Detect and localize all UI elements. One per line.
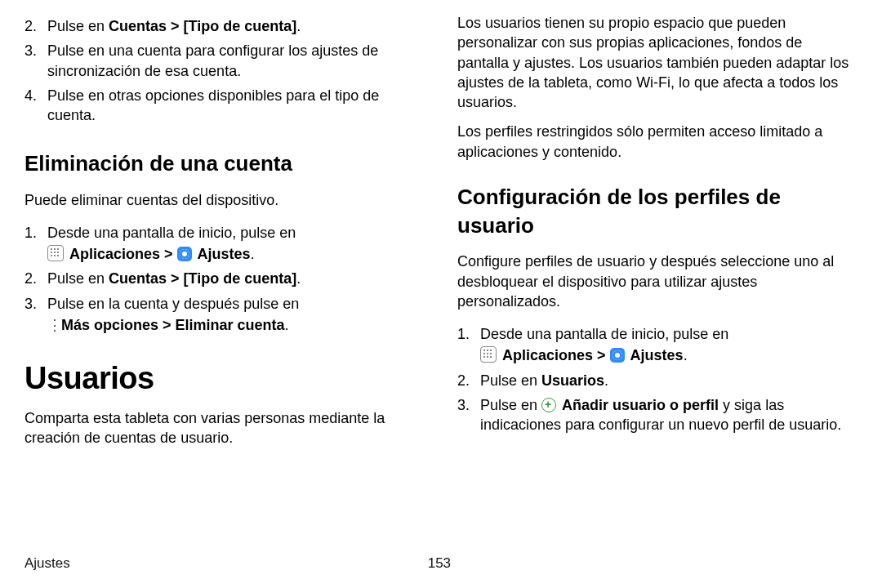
footer-spacer — [808, 555, 858, 573]
spacer — [24, 452, 425, 485]
step-text: Pulse en otras opciones disponibles para… — [47, 87, 379, 123]
more-options-icon — [47, 318, 56, 332]
step-text: Pulse en la cuenta y después pulse en — [47, 296, 299, 312]
step-2: 2. Pulse en Cuentas > [Tipo de cuenta]. — [24, 16, 425, 36]
step-3: 3. Pulse en Añadir usuario o perfil y si… — [457, 395, 858, 435]
step-text: Pulse en una cuenta para configurar los … — [47, 42, 378, 78]
heading-users: Usuarios — [24, 358, 425, 399]
page-footer: Ajustes 153 — [24, 555, 858, 573]
footer-page-number: 153 — [70, 555, 808, 573]
steps-profiles: 1. Desde una pantalla de inicio, pulse e… — [457, 319, 858, 439]
step-4: 4. Pulse en otras opciones disponibles p… — [24, 86, 425, 126]
gear-icon — [610, 348, 625, 363]
step-text: Pulse en Cuentas > [Tipo de cuenta]. — [47, 270, 301, 287]
step-text: Desde una pantalla de inicio, pulse en — [47, 225, 296, 241]
p-users-info-2: Los perfiles restringidos sólo permiten … — [457, 122, 858, 162]
step-number: 3. — [24, 294, 37, 314]
footer-section: Ajustes — [24, 555, 70, 573]
step-2: 2. Pulse en Cuentas > [Tipo de cuenta]. — [24, 269, 425, 288]
step-number: 1. — [24, 223, 37, 243]
step-subline: Aplicaciones > Ajustes. — [480, 345, 858, 365]
step-text: Pulse en Añadir usuario o perfil y siga … — [480, 397, 841, 433]
step-number: 4. — [24, 86, 37, 105]
apps-label: Aplicaciones — [69, 246, 160, 262]
step-subline: Aplicaciones > Ajustes. — [47, 244, 425, 264]
step-2: 2. Pulse en Usuarios. — [457, 371, 858, 390]
step-number: 2. — [24, 16, 37, 36]
step-number: 2. — [457, 371, 470, 390]
settings-label: Ajustes — [630, 347, 684, 363]
step-text: Desde una pantalla de inicio, pulse en — [480, 326, 728, 342]
step-text: Pulse en Cuentas > [Tipo de cuenta]. — [47, 18, 301, 34]
step-subline: Más opciones > Eliminar cuenta. — [47, 315, 425, 335]
step-1: 1. Desde una pantalla de inicio, pulse e… — [457, 324, 858, 366]
right-column: Los usuarios tienen su propio espacio qu… — [457, 8, 858, 572]
step-3: 3. Pulse en la cuenta y después pulse en… — [24, 294, 425, 336]
step-text: Pulse en Usuarios. — [480, 372, 608, 389]
apps-label: Aplicaciones — [502, 347, 593, 363]
p-delete-account: Puede eliminar cuentas del dispositivo. — [24, 190, 425, 210]
p-users-info-1: Los usuarios tienen su propio espacio qu… — [457, 13, 858, 112]
p-profiles-info: Configure perfiles de usuario y después … — [457, 252, 858, 311]
apps-icon — [47, 245, 64, 261]
apps-icon — [480, 346, 497, 363]
heading-profiles: Configuración de los perfiles de usuario — [457, 183, 858, 240]
page: 2. Pulse en Cuentas > [Tipo de cuenta]. … — [0, 0, 882, 588]
step-number: 3. — [24, 41, 37, 60]
heading-delete-account: Eliminación de una cuenta — [24, 149, 425, 178]
more-label: Más opciones > Eliminar cuenta — [61, 317, 285, 333]
spacer — [457, 443, 858, 476]
gear-icon — [177, 247, 192, 261]
steps-account-top: 2. Pulse en Cuentas > [Tipo de cuenta]. … — [24, 11, 425, 130]
step-number: 3. — [457, 395, 470, 415]
step-number: 1. — [457, 324, 470, 344]
settings-label: Ajustes — [198, 246, 251, 262]
step-3: 3. Pulse en una cuenta para configurar l… — [24, 41, 425, 81]
left-column: 2. Pulse en Cuentas > [Tipo de cuenta]. … — [24, 8, 425, 572]
step-number: 2. — [24, 269, 37, 288]
steps-delete: 1. Desde una pantalla de inicio, pulse e… — [24, 218, 425, 340]
step-1: 1. Desde una pantalla de inicio, pulse e… — [24, 223, 425, 265]
plus-icon — [541, 398, 556, 412]
p-users: Comparta esta tableta con varias persona… — [24, 408, 425, 448]
